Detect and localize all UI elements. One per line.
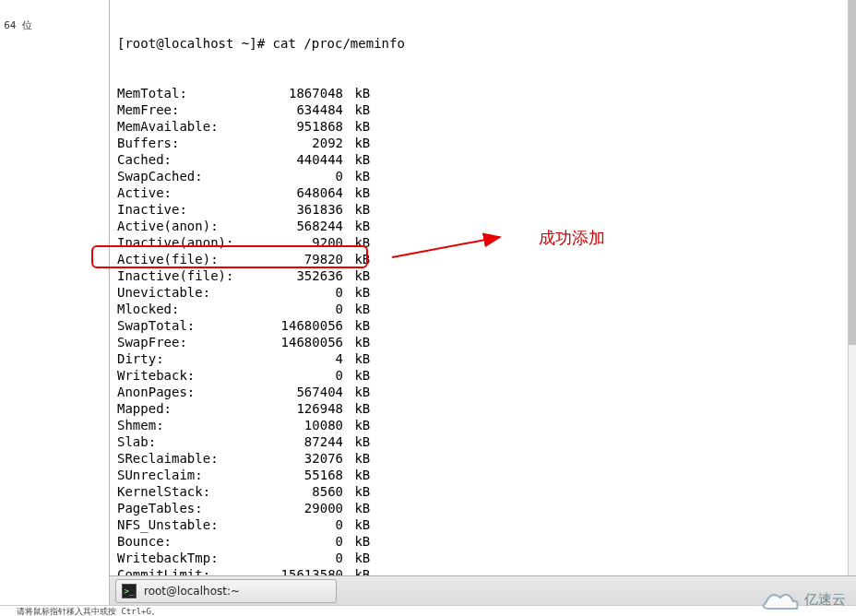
meminfo-unit: kB — [347, 218, 370, 234]
status-hint: 请将鼠标指针移入其中或按 Ctrl+G。 — [0, 605, 856, 616]
meminfo-value: 1867048 — [246, 85, 343, 101]
meminfo-value: 361836 — [246, 201, 343, 218]
meminfo-value: 634484 — [246, 101, 343, 118]
meminfo-unit: kB — [347, 516, 370, 533]
meminfo-unit: kB — [347, 118, 370, 135]
meminfo-value: 14680056 — [246, 317, 343, 334]
annotation-label: 成功添加 — [539, 227, 605, 249]
meminfo-unit: kB — [347, 168, 370, 184]
meminfo-unit: kB — [347, 533, 370, 550]
meminfo-unit: kB — [347, 384, 370, 400]
meminfo-label: Dirty: — [117, 350, 246, 367]
meminfo-row: SUnreclaim:55168 kB — [117, 467, 849, 483]
meminfo-value: 0 — [246, 301, 343, 317]
scrollbar-thumb[interactable] — [849, 0, 856, 345]
command-text: cat /proc/meminfo — [273, 36, 405, 51]
meminfo-value: 15613580 — [246, 566, 343, 575]
meminfo-unit: kB — [347, 151, 370, 168]
meminfo-unit: kB — [347, 433, 370, 450]
meminfo-label: Inactive: — [117, 201, 246, 218]
meminfo-value: 568244 — [246, 218, 343, 234]
meminfo-unit: kB — [347, 334, 370, 350]
meminfo-unit: kB — [347, 284, 370, 301]
meminfo-row: Active(anon):568244 kB — [117, 218, 849, 234]
meminfo-value: 0 — [246, 516, 343, 533]
meminfo-row: Buffers:2092 kB — [117, 135, 849, 151]
meminfo-label: MemAvailable: — [117, 118, 246, 135]
meminfo-unit: kB — [347, 550, 370, 566]
meminfo-value: 648064 — [246, 184, 343, 201]
meminfo-value: 4 — [246, 350, 343, 367]
meminfo-unit: kB — [347, 500, 370, 516]
meminfo-row: Active:648064 kB — [117, 184, 849, 201]
terminal-output: [root@localhost ~]# cat /proc/meminfo Me… — [110, 0, 856, 575]
meminfo-row: NFS_Unstable:0 kB — [117, 516, 849, 533]
meminfo-value: 567404 — [246, 384, 343, 400]
meminfo-value: 951868 — [246, 118, 343, 135]
meminfo-row: CommitLimit:15613580 kB — [117, 566, 849, 575]
meminfo-value: 8560 — [246, 483, 343, 500]
meminfo-row: Bounce:0 kB — [117, 533, 849, 550]
meminfo-value: 10080 — [246, 417, 343, 433]
meminfo-label: MemTotal: — [117, 85, 246, 101]
meminfo-row: KernelStack:8560 kB — [117, 483, 849, 500]
meminfo-label: WritebackTmp: — [117, 550, 246, 566]
meminfo-value: 14680056 — [246, 334, 343, 350]
meminfo-row: Dirty:4 kB — [117, 350, 849, 367]
meminfo-value: 0 — [246, 533, 343, 550]
taskbar-item-label: root@localhost:~ — [144, 585, 240, 598]
meminfo-label: Buffers: — [117, 135, 246, 151]
sidebar-bits-label: 64 位 — [0, 18, 32, 32]
meminfo-unit: kB — [347, 135, 370, 151]
meminfo-row: SReclaimable:32076 kB — [117, 450, 849, 467]
meminfo-row: Inactive:361836 kB — [117, 201, 849, 218]
meminfo-row: MemAvailable:951868 kB — [117, 118, 849, 135]
prompt-line: [root@localhost ~]# cat /proc/meminfo — [117, 35, 849, 52]
meminfo-label: SUnreclaim: — [117, 467, 246, 483]
meminfo-unit: kB — [347, 267, 370, 284]
meminfo-label: CommitLimit: — [117, 566, 246, 575]
meminfo-value: 0 — [246, 550, 343, 566]
meminfo-label: Slab: — [117, 433, 246, 450]
meminfo-unit: kB — [347, 367, 370, 384]
meminfo-unit: kB — [347, 483, 370, 500]
meminfo-label: Active(file): — [117, 251, 246, 267]
meminfo-label: Active(anon): — [117, 218, 246, 234]
terminal-window[interactable]: [root@localhost ~]# cat /proc/meminfo Me… — [109, 0, 856, 575]
meminfo-label: KernelStack: — [117, 483, 246, 500]
meminfo-label: Unevictable: — [117, 284, 246, 301]
meminfo-row: SwapTotal:14680056 kB — [117, 317, 849, 334]
meminfo-label: Bounce: — [117, 533, 246, 550]
meminfo-value: 352636 — [246, 267, 343, 284]
meminfo-label: Active: — [117, 184, 246, 201]
meminfo-row: Slab:87244 kB — [117, 433, 849, 450]
meminfo-value: 0 — [246, 367, 343, 384]
vertical-scrollbar[interactable] — [848, 0, 856, 575]
meminfo-value: 9200 — [246, 234, 343, 251]
meminfo-row: Cached:440444 kB — [117, 151, 849, 168]
meminfo-unit: kB — [347, 417, 370, 433]
meminfo-label: SReclaimable: — [117, 450, 246, 467]
meminfo-unit: kB — [347, 301, 370, 317]
meminfo-row: Shmem:10080 kB — [117, 417, 849, 433]
meminfo-label: Inactive(anon): — [117, 234, 246, 251]
meminfo-value: 0 — [246, 284, 343, 301]
terminal-icon: >_ — [122, 584, 137, 598]
meminfo-unit: kB — [347, 251, 370, 267]
meminfo-label: Mapped: — [117, 400, 246, 417]
meminfo-row: PageTables:29000 kB — [117, 500, 849, 516]
meminfo-unit: kB — [347, 467, 370, 483]
meminfo-label: SwapCached: — [117, 168, 246, 184]
meminfo-unit: kB — [347, 317, 370, 334]
meminfo-unit: kB — [347, 400, 370, 417]
meminfo-label: Cached: — [117, 151, 246, 168]
meminfo-row: SwapCached:0 kB — [117, 168, 849, 184]
meminfo-label: Shmem: — [117, 417, 246, 433]
meminfo-value: 2092 — [246, 135, 343, 151]
meminfo-row: Mapped:126948 kB — [117, 400, 849, 417]
meminfo-label: SwapFree: — [117, 334, 246, 350]
meminfo-label: MemFree: — [117, 101, 246, 118]
meminfo-label: Inactive(file): — [117, 267, 246, 284]
taskbar-window-button[interactable]: >_ root@localhost:~ — [115, 579, 337, 603]
meminfo-value: 79820 — [246, 251, 343, 267]
